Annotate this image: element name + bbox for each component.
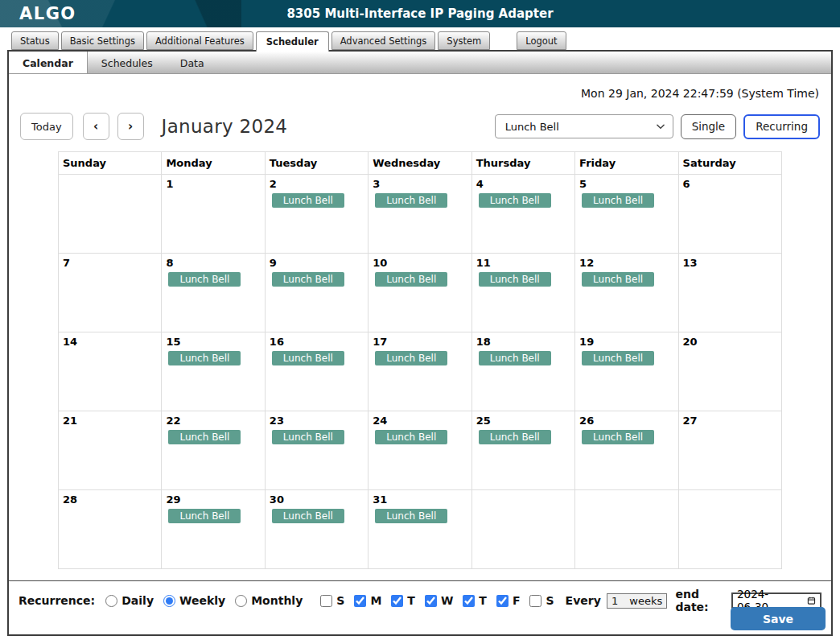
calendar-day-cell[interactable]: 21 (59, 411, 162, 490)
event-badge[interactable]: Lunch Bell (582, 351, 654, 365)
calendar-day-cell[interactable]: 29Lunch Bell (162, 490, 265, 569)
calendar-day-cell[interactable] (575, 490, 678, 569)
weekday-checkbox-1[interactable]: M (354, 594, 381, 607)
save-button[interactable]: Save (731, 607, 826, 630)
radio-label: Monthly (251, 594, 303, 607)
tab-system[interactable]: System (438, 31, 490, 50)
calendar-day-cell[interactable]: 15Lunch Bell (162, 332, 265, 411)
event-badge[interactable]: Lunch Bell (168, 272, 241, 287)
event-badge[interactable]: Lunch Bell (168, 509, 241, 523)
event-badge[interactable]: Lunch Bell (375, 509, 447, 523)
tab-basic-settings[interactable]: Basic Settings (61, 31, 144, 50)
calendar-day-cell[interactable]: 30Lunch Bell (265, 490, 368, 569)
calendar-day-cell[interactable]: 8Lunch Bell (162, 254, 265, 332)
event-badge[interactable]: Lunch Bell (375, 193, 447, 208)
recurrence-option-daily[interactable]: Daily (105, 594, 154, 607)
tab-additional-features[interactable]: Additional Features (146, 31, 253, 50)
event-badge[interactable]: Lunch Bell (272, 509, 344, 523)
calendar-day-cell[interactable]: 18Lunch Bell (471, 332, 574, 411)
calendar-day-cell[interactable]: 17Lunch Bell (369, 332, 471, 411)
end-date-input[interactable]: 2024-06-30 (731, 593, 821, 609)
prev-month-button[interactable]: ‹ (83, 113, 109, 140)
checkbox-day-6[interactable] (529, 595, 541, 607)
calendar-day-cell[interactable]: 13 (678, 254, 781, 332)
weekday-checkbox-6[interactable]: S (529, 594, 554, 607)
event-badge[interactable]: Lunch Bell (168, 351, 241, 365)
calendar-day-cell[interactable]: 5Lunch Bell (575, 175, 678, 254)
next-month-button[interactable]: › (117, 113, 144, 140)
single-button[interactable]: Single (681, 114, 737, 139)
calendar-day-cell[interactable]: 10Lunch Bell (369, 254, 471, 332)
calendar-day-cell[interactable]: 26Lunch Bell (575, 411, 678, 490)
weekday-checkbox-5[interactable]: F (496, 594, 521, 607)
recurring-button[interactable]: Recurring (743, 114, 820, 139)
tab-scheduler[interactable]: Scheduler (256, 31, 329, 52)
tab-advanced-settings[interactable]: Advanced Settings (331, 31, 436, 50)
checkbox-day-4[interactable] (463, 595, 475, 607)
calendar-day-cell[interactable] (678, 490, 781, 569)
checkbox-day-3[interactable] (425, 595, 437, 607)
calendar-day-cell[interactable]: 14 (59, 332, 162, 411)
every-weeks-input[interactable]: 1 weeks (607, 593, 668, 609)
calendar-day-cell[interactable]: 12Lunch Bell (575, 254, 678, 332)
calendar-day-cell[interactable]: 19Lunch Bell (575, 332, 678, 411)
calendar-day-cell[interactable]: 4Lunch Bell (471, 175, 574, 254)
subtab-calendar[interactable]: Calendar (9, 52, 88, 73)
calendar-day-cell[interactable]: 22Lunch Bell (162, 411, 265, 490)
checkbox-day-2[interactable] (391, 595, 403, 607)
calendar-day-cell[interactable]: 3Lunch Bell (369, 175, 471, 254)
checkbox-day-5[interactable] (496, 595, 509, 607)
event-badge[interactable]: Lunch Bell (479, 272, 551, 287)
calendar-day-cell[interactable]: 23Lunch Bell (265, 411, 368, 490)
weekday-checkbox-3[interactable]: W (425, 594, 453, 607)
checkbox-day-0[interactable] (320, 595, 332, 607)
recurrence-option-weekly[interactable]: Weekly (163, 594, 225, 607)
event-badge[interactable]: Lunch Bell (375, 272, 447, 287)
weekday-checkbox-4[interactable]: T (463, 594, 487, 607)
subtab-schedules[interactable]: Schedules (88, 52, 167, 73)
recurrence-option-monthly[interactable]: Monthly (235, 594, 303, 607)
event-badge[interactable]: Lunch Bell (582, 430, 654, 444)
radio-label: Weekly (179, 594, 225, 607)
event-badge[interactable]: Lunch Bell (479, 430, 551, 444)
weekday-checkbox-2[interactable]: T (391, 594, 415, 607)
event-badge[interactable]: Lunch Bell (582, 272, 654, 287)
calendar-day-cell[interactable]: 9Lunch Bell (265, 254, 368, 332)
event-badge[interactable]: Lunch Bell (168, 430, 241, 444)
event-badge[interactable]: Lunch Bell (272, 351, 344, 365)
calendar-day-cell[interactable]: 2Lunch Bell (265, 175, 368, 254)
calendar-day-cell[interactable]: 6 (678, 175, 781, 254)
calendar-day-cell[interactable]: 28 (59, 490, 162, 569)
calendar-day-cell[interactable]: 11Lunch Bell (471, 254, 574, 332)
calendar-day-cell[interactable]: 20 (678, 332, 781, 411)
checkbox-day-1[interactable] (354, 595, 366, 607)
event-badge[interactable]: Lunch Bell (479, 193, 551, 208)
tab-logout[interactable]: Logout (517, 31, 566, 50)
calendar-day-cell[interactable]: 24Lunch Bell (369, 411, 471, 490)
event-badge[interactable]: Lunch Bell (582, 193, 654, 208)
calendar-day-cell[interactable]: 7 (59, 254, 162, 332)
event-badge[interactable]: Lunch Bell (479, 351, 551, 365)
calendar-day-cell[interactable] (59, 175, 162, 254)
calendar-icon[interactable] (807, 595, 816, 606)
calendar-day-cell[interactable]: 1 (162, 175, 265, 254)
tab-status[interactable]: Status (11, 31, 59, 50)
event-badge[interactable]: Lunch Bell (375, 351, 447, 365)
calendar-day-cell[interactable]: 27 (678, 411, 781, 490)
radio-monthly[interactable] (235, 595, 247, 607)
weekday-checkbox-0[interactable]: S (320, 594, 344, 607)
calendar-day-cell[interactable] (471, 490, 574, 569)
event-badge[interactable]: Lunch Bell (375, 430, 447, 444)
radio-weekly[interactable] (163, 595, 175, 607)
event-badge[interactable]: Lunch Bell (272, 272, 344, 287)
today-button[interactable]: Today (20, 113, 73, 140)
calendar-day-cell[interactable]: 31Lunch Bell (369, 490, 471, 569)
weekday-label: S (336, 594, 344, 607)
subtab-data[interactable]: Data (167, 52, 218, 73)
event-badge[interactable]: Lunch Bell (272, 193, 344, 208)
calendar-day-cell[interactable]: 25Lunch Bell (471, 411, 574, 490)
radio-daily[interactable] (105, 595, 117, 607)
schedule-select[interactable]: Lunch Bell (495, 114, 673, 138)
calendar-day-cell[interactable]: 16Lunch Bell (265, 332, 368, 411)
event-badge[interactable]: Lunch Bell (272, 430, 344, 444)
